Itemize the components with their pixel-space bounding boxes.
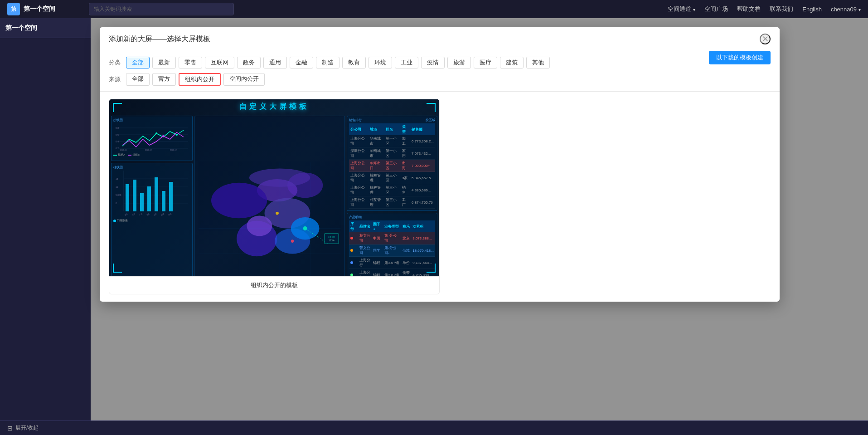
svg-rect-27 <box>155 177 158 211</box>
logo-area: 第 第一个空间 <box>7 3 89 15</box>
bar-chart-box: 柱状图 <box>111 163 193 276</box>
create-from-download-button[interactable]: 以下载的模板创建 <box>709 51 771 64</box>
nav-item-space-channel[interactable]: 空间通道 <box>668 5 695 13</box>
svg-point-10 <box>162 135 164 137</box>
category-tag-government[interactable]: 政务 <box>237 57 261 68</box>
nav-item-help-docs[interactable]: 帮助文档 <box>737 5 761 13</box>
source-tag-org-public[interactable]: 组织内公开 <box>179 73 221 86</box>
svg-text:2021-11: 2021-11 <box>120 149 127 151</box>
svg-point-9 <box>176 134 178 136</box>
svg-text:10: 10 <box>116 186 118 188</box>
svg-text:0.8: 0.8 <box>116 127 119 129</box>
svg-text:2021-12: 2021-12 <box>170 149 177 151</box>
expand-label[interactable]: 展开/收起 <box>15 424 39 432</box>
svg-text:广东: 广东 <box>139 213 143 216</box>
category-tag-architecture[interactable]: 建筑 <box>500 57 524 68</box>
source-tag-all[interactable]: 全部 <box>126 73 150 86</box>
category-tag-other[interactable]: 其他 <box>526 57 550 68</box>
category-tag-internet[interactable]: 互联网 <box>205 57 234 68</box>
svg-text:山东: 山东 <box>153 213 157 216</box>
logo-icon: 第 <box>7 3 20 15</box>
sidebar: 第一个空间 <box>0 18 91 435</box>
modal-overlay: 添加新的大屏——选择大屏模板 ✕ 以下载的模板创建 分类 全部 最新 零售 互联… <box>91 18 868 435</box>
svg-text:其他: 其他 <box>168 213 172 216</box>
category-tag-environment[interactable]: 环境 <box>369 57 392 68</box>
line-chart-svg: 0.8 0.6 0.4 0.2 <box>113 123 190 151</box>
expand-icon: ⊟ <box>7 425 13 432</box>
svg-rect-23 <box>126 184 129 211</box>
dashboard-title: 自定义大屏模板 <box>239 103 309 110</box>
category-filter-row: 分类 全部 最新 零售 互联网 政务 通用 金融 制造 教育 环境 工业 疫情 <box>109 57 771 68</box>
svg-text:上海: 上海 <box>131 213 136 216</box>
category-tag-all[interactable]: 全部 <box>126 57 150 68</box>
dash-right-panel: 销售排行 按区域 分公司 城市 <box>347 116 437 276</box>
category-tag-retail[interactable]: 零售 <box>179 57 202 68</box>
nav-item-space-plaza[interactable]: 空间广场 <box>704 5 728 13</box>
source-tag-official[interactable]: 官方 <box>152 73 176 86</box>
filter-area: 分类 全部 最新 零售 互联网 政务 通用 金融 制造 教育 环境 工业 疫情 <box>100 51 780 92</box>
modal-header: 添加新的大屏——选择大屏模板 ✕ <box>100 27 780 51</box>
svg-point-8 <box>155 132 157 134</box>
svg-rect-28 <box>162 191 165 211</box>
svg-text:5,000: 5,000 <box>116 194 121 196</box>
category-tag-general[interactable]: 通用 <box>263 57 287 68</box>
source-tags: 全部 官方 组织内公开 空间内公开 <box>126 73 265 86</box>
source-filter-row: 来源 全部 官方 组织内公开 空间内公开 <box>109 73 771 86</box>
svg-text:福建: 福建 <box>160 213 165 216</box>
main-content: 添加新的大屏——选择大屏模板 ✕ 以下载的模板创建 分类 全部 最新 零售 互联… <box>91 18 868 435</box>
category-tag-industry[interactable]: 工业 <box>395 57 418 68</box>
sales-table: 分公司 城市 排名 类型 销售额 <box>349 123 435 209</box>
svg-rect-26 <box>147 186 151 211</box>
category-tag-finance[interactable]: 金融 <box>290 57 313 68</box>
svg-point-52 <box>247 216 272 236</box>
category-tag-medical[interactable]: 医疗 <box>474 57 497 68</box>
china-map: 上海分司 12.3% <box>194 116 345 276</box>
right-top-table: 销售排行 按区域 分公司 城市 <box>347 116 437 211</box>
svg-text:0: 0 <box>116 202 117 205</box>
top-navbar: 第 第一个空间 输入关键词搜索 空间通道 空间广场 帮助文档 联系我们 Engl… <box>0 0 868 18</box>
source-label: 来源 <box>109 75 122 83</box>
map-svg: 上海分司 12.3% <box>199 122 341 276</box>
source-tag-space-public[interactable]: 空间内公开 <box>223 73 265 86</box>
svg-rect-25 <box>140 193 144 211</box>
svg-text:0.4: 0.4 <box>116 140 119 143</box>
svg-text:上海分司: 上海分司 <box>328 236 335 238</box>
template-grid: 自定义大屏模板 <box>109 99 771 294</box>
close-button[interactable]: ✕ <box>760 34 771 44</box>
modal-body: 自定义大屏模板 <box>100 92 780 302</box>
category-tags: 全部 最新 零售 互联网 政务 通用 金融 制造 教育 环境 工业 疫情 旅游 … <box>126 57 550 68</box>
svg-text:15: 15 <box>116 177 118 180</box>
category-tag-epidemic[interactable]: 疫情 <box>421 57 445 68</box>
product-table: 序号 品牌名 圈子1 业务类型 商乐 动累积 <box>349 220 435 276</box>
svg-point-60 <box>291 240 294 243</box>
svg-rect-63 <box>325 234 339 244</box>
bottom-bar: ⊟ 展开/收起 <box>0 420 868 435</box>
nav-item-contact-us[interactable]: 联系我们 <box>770 5 793 13</box>
category-tag-latest[interactable]: 最新 <box>152 57 176 68</box>
svg-rect-29 <box>169 182 173 211</box>
dash-left-panel: 折线图 <box>111 116 193 276</box>
template-card-name: 组织内公开的模板 <box>109 276 439 294</box>
line-chart-box: 折线图 <box>111 116 193 161</box>
svg-rect-24 <box>133 180 136 211</box>
nav-right: 空间通道 空间广场 帮助文档 联系我们 English chenna09 <box>668 5 861 13</box>
svg-text:浙江: 浙江 <box>124 213 128 216</box>
category-tag-manufacturing[interactable]: 制造 <box>316 57 339 68</box>
nav-item-user[interactable]: chenna09 <box>831 6 861 13</box>
category-label: 分类 <box>109 59 122 67</box>
svg-text:0.6: 0.6 <box>116 133 119 136</box>
svg-text:12.3%: 12.3% <box>329 239 335 242</box>
svg-point-61 <box>276 212 279 215</box>
template-card[interactable]: 自定义大屏模板 <box>109 99 440 294</box>
search-bar[interactable]: 输入关键词搜索 <box>89 3 234 15</box>
svg-text:北京: 北京 <box>146 213 150 216</box>
space-title: 第一个空间 <box>24 5 55 13</box>
search-placeholder: 输入关键词搜索 <box>94 5 132 13</box>
dash-main-layout: 折线图 <box>109 114 439 276</box>
nav-item-language[interactable]: English <box>802 6 822 13</box>
dashboard-preview: 自定义大屏模板 <box>109 99 439 276</box>
svg-text:0.2: 0.2 <box>116 147 119 150</box>
category-tag-tourism[interactable]: 旅游 <box>447 57 471 68</box>
modal-dialog: 添加新的大屏——选择大屏模板 ✕ 以下载的模板创建 分类 全部 最新 零售 互联… <box>100 27 780 302</box>
category-tag-education[interactable]: 教育 <box>342 57 366 68</box>
